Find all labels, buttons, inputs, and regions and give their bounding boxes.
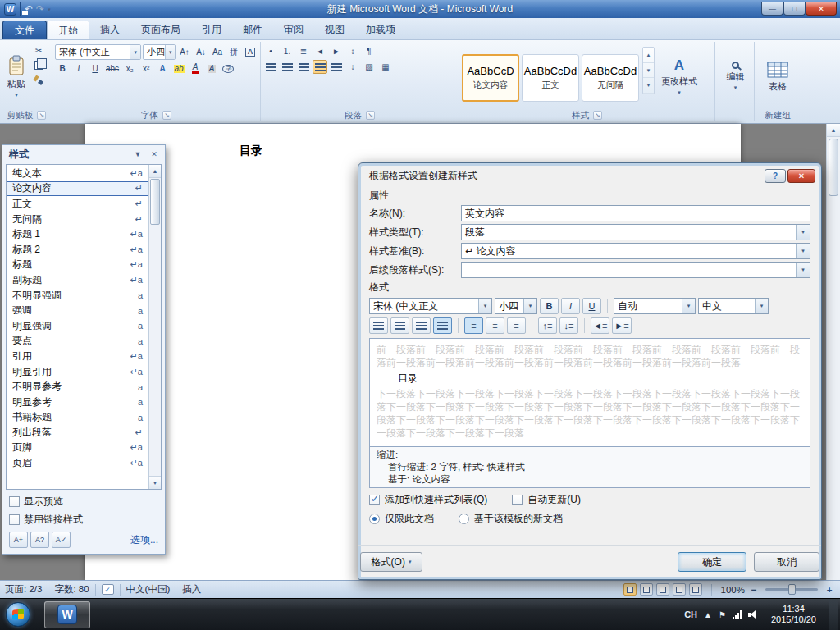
page-indicator[interactable]: 页面: 2/3 — [5, 583, 42, 596]
draft-view-button[interactable] — [689, 583, 702, 596]
zoom-slider[interactable] — [765, 588, 818, 591]
disable-linked-styles-checkbox[interactable] — [9, 514, 20, 525]
superscript-button[interactable]: x² — [139, 62, 153, 75]
sort-button[interactable]: ↕ — [345, 44, 360, 58]
insert-mode-indicator[interactable]: 插入 — [182, 583, 201, 596]
outline-view-button[interactable] — [673, 583, 686, 596]
change-case-button[interactable]: Aa — [210, 45, 225, 59]
style-item-强调[interactable]: 强调a — [7, 303, 148, 318]
style-item-标题 2[interactable]: 标题 2↵a — [7, 242, 148, 258]
style-item-页脚[interactable]: 页脚↵a — [7, 441, 148, 456]
align-right-button[interactable] — [296, 60, 311, 74]
dialog-title-bar[interactable]: 根据格式设置创建新样式 ? ✕ — [358, 163, 821, 185]
word-app-icon[interactable]: W — [4, 3, 16, 16]
increase-indent-button[interactable]: ► — [329, 44, 344, 58]
dialog-decrease-indent-button[interactable]: ◄≡ — [591, 317, 609, 334]
style-item-不明显强调[interactable]: 不明显强调a — [7, 288, 148, 304]
distribute-button[interactable] — [329, 60, 344, 74]
font-size-combo[interactable]: 小四▾ — [143, 44, 176, 60]
style-item-要点[interactable]: 要点a — [7, 334, 148, 349]
align-left-button[interactable] — [263, 60, 278, 74]
gallery-down-arrow[interactable]: ▼ — [643, 63, 654, 79]
tab-页面布局[interactable]: 页面布局 — [130, 21, 191, 39]
tab-插入[interactable]: 插入 — [89, 21, 130, 39]
character-shading-button[interactable]: A — [204, 62, 219, 75]
tab-视图[interactable]: 视图 — [314, 21, 355, 39]
font-size-dropdown-arrow[interactable]: ▾ — [165, 45, 175, 59]
subscript-button[interactable]: x₂ — [122, 62, 137, 75]
dialog-field-dropdown-1[interactable]: 段落▾ — [461, 224, 810, 240]
dialog-underline-button[interactable]: U — [582, 298, 601, 314]
style-item-明显引用[interactable]: 明显引用↵a — [7, 364, 148, 380]
font-name-dropdown-arrow[interactable]: ▾ — [130, 45, 140, 59]
scroll-up-arrow[interactable]: ▲ — [827, 124, 840, 137]
close-button[interactable]: ✕ — [806, 2, 837, 16]
network-icon[interactable] — [733, 610, 742, 619]
add-to-quick-list-checkbox[interactable] — [369, 495, 380, 505]
bold-button[interactable]: B — [55, 62, 70, 75]
tab-审阅[interactable]: 审阅 — [273, 21, 314, 39]
dialog-font-color-arrow[interactable]: ▾ — [682, 299, 695, 313]
grow-font-button[interactable]: A↑ — [177, 45, 192, 59]
dialog-align-left-button[interactable] — [369, 317, 388, 334]
styles-scroll-down[interactable]: ▼ — [149, 476, 161, 489]
paste-dropdown-arrow[interactable]: ▾ — [15, 92, 18, 98]
enclose-characters-button[interactable]: 字 — [221, 62, 235, 75]
styles-pane-close-button[interactable]: ✕ — [148, 148, 161, 161]
styles-list-scrollbar[interactable]: ▲ ▼ — [148, 165, 161, 489]
dialog-italic-button[interactable]: I — [561, 298, 580, 314]
decrease-indent-button[interactable]: ◄ — [313, 44, 327, 58]
style-item-无间隔[interactable]: 无间隔↵ — [7, 212, 148, 227]
text-effects-button[interactable]: A — [155, 62, 170, 75]
cancel-button[interactable]: 取消 — [754, 552, 819, 572]
format-menu-button[interactable]: 格式(O)▾ — [360, 552, 422, 572]
shading-button[interactable]: ▨ — [362, 60, 377, 74]
style-item-明显强调[interactable]: 明显强调a — [7, 318, 148, 334]
dialog-close-button[interactable]: ✕ — [788, 169, 815, 183]
highlight-color-button[interactable]: ab — [171, 62, 186, 75]
tab-引用[interactable]: 引用 — [191, 21, 232, 39]
align-center-button[interactable] — [280, 60, 294, 74]
dialog-double-spacing-button[interactable]: ≡ — [507, 317, 526, 334]
borders-button[interactable]: ▦ — [378, 60, 393, 74]
style-item-引用[interactable]: 引用↵a — [7, 349, 148, 364]
font-color-button[interactable]: A — [188, 62, 203, 75]
copy-button[interactable] — [31, 58, 46, 72]
gallery-more-button[interactable]: ▼ — [643, 78, 654, 94]
chevron-down-icon[interactable]: ▾ — [796, 262, 810, 277]
vertical-scrollbar[interactable]: ▲ — [826, 124, 840, 580]
zoom-out-button[interactable]: − — [748, 584, 760, 596]
tab-邮件[interactable]: 邮件 — [232, 21, 273, 39]
editing-button[interactable]: 编辑 ▾ — [724, 59, 748, 94]
disable-linked-styles-option[interactable]: 禁用链接样式 — [9, 513, 158, 527]
dialog-increase-indent-button[interactable]: ►≡ — [612, 317, 631, 334]
start-button[interactable] — [0, 599, 36, 630]
clock[interactable]: 11:34 2015/10/20 — [765, 604, 822, 625]
style-item-页眉[interactable]: 页眉↵a — [7, 455, 148, 471]
style-item-不明显参考[interactable]: 不明显参考a — [7, 379, 148, 395]
save-button[interactable] — [20, 4, 21, 14]
web-layout-view-button[interactable] — [656, 583, 669, 596]
quick-style-正文[interactable]: AaBbCcDd正文 — [522, 54, 579, 102]
new-documents-template-radio[interactable] — [459, 514, 469, 524]
multilevel-list-button[interactable]: ≣ — [296, 44, 311, 58]
styles-scroll-up[interactable]: ▲ — [149, 165, 161, 178]
scrollbar-thumb[interactable] — [829, 139, 838, 196]
ok-button[interactable]: 确定 — [678, 552, 746, 572]
dialog-single-spacing-button[interactable]: ≡ — [464, 317, 483, 334]
dialog-help-button[interactable]: ? — [765, 169, 786, 183]
style-item-论文内容[interactable]: 论文内容↵ — [7, 181, 148, 197]
style-item-副标题[interactable]: 副标题↵a — [7, 272, 148, 288]
underline-button[interactable]: U — [88, 62, 103, 75]
show-hide-marks-button[interactable]: ¶ — [362, 44, 377, 58]
font-dialog-launcher[interactable]: ↘ — [162, 111, 171, 120]
dialog-language-combo[interactable]: 中文▾ — [698, 298, 769, 314]
styles-pane-menu-button[interactable]: ▼ — [131, 148, 144, 161]
shrink-font-button[interactable]: A↓ — [194, 45, 208, 59]
style-name-input[interactable] — [461, 205, 810, 221]
dialog-align-right-button[interactable] — [412, 317, 431, 334]
style-item-书籍标题[interactable]: 书籍标题a — [7, 410, 148, 426]
minimize-button[interactable]: — — [761, 2, 783, 16]
dialog-field-dropdown-2[interactable]: ↵ 论文内容▾ — [461, 243, 810, 259]
new-style-button[interactable]: A+ — [9, 532, 28, 548]
